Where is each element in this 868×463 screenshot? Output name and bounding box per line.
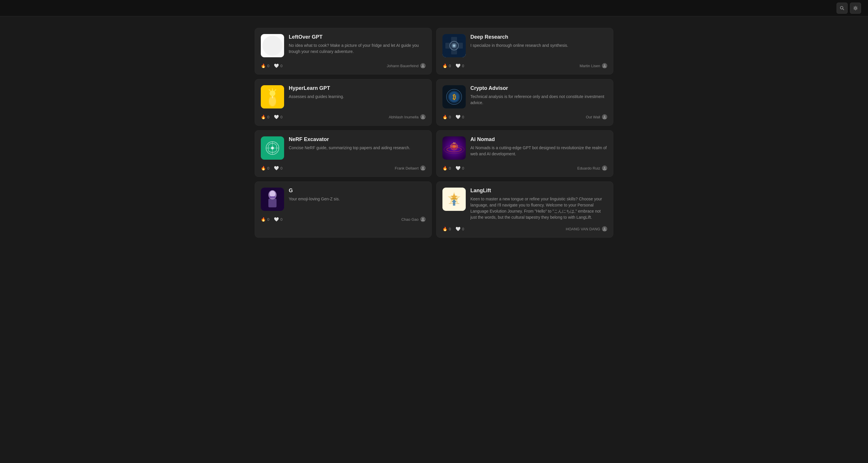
- like-stat[interactable]: 🔥 0: [442, 227, 451, 231]
- fire-icon: 🔥: [261, 63, 266, 68]
- theme-toggle-button[interactable]: [850, 3, 861, 14]
- card-nerf-excavator[interactable]: NeRF Excavator Concise NeRF guide, summa…: [255, 130, 432, 177]
- card-title: Deep Research: [470, 34, 607, 40]
- svg-point-22: [604, 64, 606, 66]
- heart-count: 0: [280, 115, 282, 119]
- like-stat[interactable]: 🔥 0: [442, 166, 451, 170]
- author-avatar: [602, 226, 607, 232]
- fire-icon: 🔥: [442, 114, 447, 119]
- header-actions: [837, 3, 861, 14]
- user-icon: [420, 165, 426, 171]
- svg-line-8: [857, 9, 857, 9]
- card-crypto-advisor[interactable]: ₿ Crypto Advisor Technical analysis is f…: [436, 79, 613, 126]
- svg-point-32: [422, 115, 424, 117]
- card-top: AI NOMAD Ai Nomad AI Nomads is a cutting…: [442, 136, 607, 160]
- card-langlift[interactable]: LangLift Keen to master a new tongue or …: [436, 181, 613, 238]
- card-title: Ai Nomad: [470, 136, 607, 142]
- card-desc: Assesses and guides learning.: [289, 94, 426, 100]
- card-g[interactable]: G Your emoji-loving Gen-Z sis. 🔥 0 🤍 0 C…: [255, 181, 432, 238]
- card-title: G: [289, 188, 426, 194]
- heart-icon: 🤍: [274, 114, 279, 119]
- card-top: G Your emoji-loving Gen-Z sis.: [261, 188, 426, 211]
- card-desc: AI Nomads is a cutting-edge GPT bot desi…: [470, 145, 607, 157]
- svg-rect-58: [268, 199, 277, 207]
- svg-point-62: [422, 218, 424, 220]
- heart-stat[interactable]: 🤍 0: [456, 227, 464, 231]
- user-icon: [602, 63, 607, 68]
- svg-point-55: [604, 167, 606, 168]
- card-top: Deep Research I specialize in thorough o…: [442, 34, 607, 57]
- heart-count: 0: [462, 166, 464, 170]
- author-name: Johann Bauerfeind: [387, 64, 418, 68]
- heart-stat[interactable]: 🤍 0: [456, 114, 464, 119]
- card-stats: 🔥 0 🤍 0: [261, 63, 282, 68]
- card-text: LangLift Keen to master a new tongue or …: [470, 188, 607, 221]
- card-top: NeRF Excavator Concise NeRF guide, summa…: [261, 136, 426, 160]
- fire-icon: 🔥: [261, 166, 266, 170]
- heart-count: 0: [462, 64, 464, 68]
- like-stat[interactable]: 🔥 0: [261, 63, 269, 68]
- like-stat[interactable]: 🔥 0: [261, 217, 269, 222]
- author-avatar: [420, 217, 426, 222]
- svg-point-11: [262, 36, 283, 56]
- card-author: HOANG VAN DANG: [566, 226, 607, 232]
- user-icon: [602, 114, 607, 120]
- card-top: 🍳 LeftOver GPT No idea what to cook? Mak…: [261, 34, 426, 57]
- card-footer: 🔥 0 🤍 0 Eduardo Ruiz: [442, 165, 607, 171]
- heart-count: 0: [280, 166, 282, 170]
- card-stats: 🔥 0 🤍 0: [442, 63, 464, 68]
- heart-stat[interactable]: 🤍 0: [274, 114, 282, 119]
- card-title: NeRF Excavator: [289, 136, 426, 142]
- heart-stat[interactable]: 🤍 0: [274, 217, 282, 222]
- card-hyperlearn-gpt[interactable]: HyperLearn GPT Assesses and guides learn…: [255, 79, 432, 126]
- heart-count: 0: [280, 217, 282, 222]
- card-stats: 🔥 0 🤍 0: [442, 114, 464, 119]
- heart-stat[interactable]: 🤍 0: [274, 166, 282, 170]
- card-author: Martin Lisen: [580, 63, 607, 68]
- like-stat[interactable]: 🔥 0: [261, 114, 269, 119]
- heart-stat[interactable]: 🤍 0: [274, 63, 282, 68]
- card-desc: Technical analysis is for reference only…: [470, 94, 607, 106]
- like-stat[interactable]: 🔥 0: [442, 63, 451, 68]
- heart-icon: 🤍: [456, 166, 461, 170]
- heart-stat[interactable]: 🤍 0: [456, 166, 464, 170]
- heart-icon: 🤍: [456, 227, 461, 231]
- card-title: LeftOver GPT: [289, 34, 426, 40]
- card-text: G Your emoji-loving Gen-Z sis.: [289, 188, 426, 202]
- fire-icon: 🔥: [261, 114, 266, 119]
- card-text: HyperLearn GPT Assesses and guides learn…: [289, 85, 426, 100]
- heart-stat[interactable]: 🤍 0: [456, 63, 464, 68]
- card-ai-nomad[interactable]: AI NOMAD Ai Nomad AI Nomads is a cutting…: [436, 130, 613, 177]
- card-leftover-gpt[interactable]: 🍳 LeftOver GPT No idea what to cook? Mak…: [255, 28, 432, 74]
- card-desc: Keen to master a new tongue or refine yo…: [470, 196, 607, 221]
- search-button[interactable]: [837, 3, 848, 14]
- like-stat[interactable]: 🔥 0: [261, 166, 269, 170]
- svg-point-67: [604, 227, 606, 229]
- user-icon: [420, 114, 426, 120]
- card-stats: 🔥 0 🤍 0: [442, 166, 464, 170]
- user-icon: [602, 165, 607, 171]
- card-stats: 🔥 0 🤍 0: [261, 166, 282, 170]
- like-count: 0: [449, 227, 451, 231]
- svg-text:₿: ₿: [453, 93, 456, 101]
- card-stats: 🔥 0 🤍 0: [261, 114, 282, 119]
- heart-icon: 🤍: [274, 166, 279, 170]
- svg-point-44: [271, 146, 274, 150]
- card-stats: 🔥 0 🤍 0: [442, 227, 464, 231]
- card-deep-research[interactable]: Deep Research I specialize in thorough o…: [436, 28, 613, 74]
- card-footer: 🔥 0 🤍 0 Frank Dellaert: [261, 165, 426, 171]
- author-avatar: [420, 114, 426, 120]
- card-author: Chao Gao: [401, 217, 426, 222]
- card-footer: 🔥 0 🤍 0 Chao Gao: [261, 217, 426, 222]
- heart-count: 0: [462, 115, 464, 119]
- author-avatar: [602, 63, 607, 68]
- author-name: Martin Lisen: [580, 64, 600, 68]
- like-stat[interactable]: 🔥 0: [442, 114, 451, 119]
- heart-icon: 🤍: [274, 63, 279, 68]
- card-author: Abhilash Inumella: [389, 114, 426, 120]
- card-title: LangLift: [470, 188, 607, 194]
- heart-icon: 🤍: [274, 217, 279, 222]
- svg-point-59: [270, 191, 275, 197]
- svg-rect-60: [270, 196, 275, 198]
- like-count: 0: [267, 64, 269, 68]
